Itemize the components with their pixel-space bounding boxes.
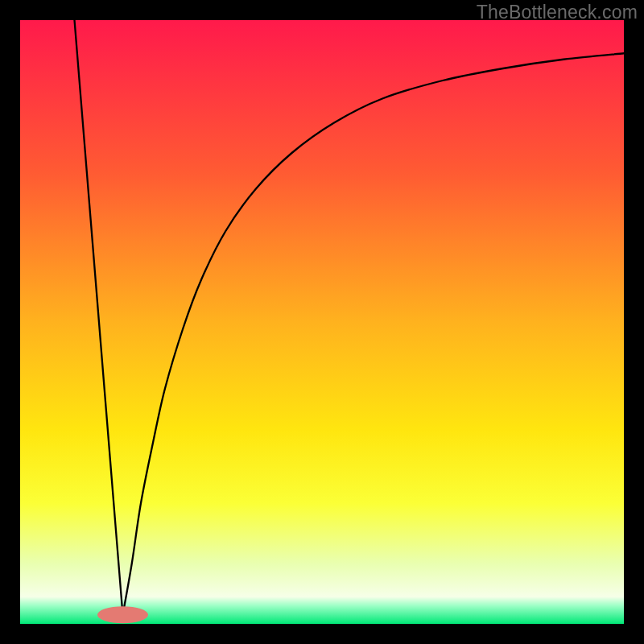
- chart-frame: TheBottleneck.com: [0, 0, 644, 644]
- attribution-text: TheBottleneck.com: [477, 2, 638, 23]
- chart-svg: [20, 20, 624, 624]
- marker-layer: [97, 606, 148, 623]
- plot-area: [20, 20, 624, 624]
- minimum-marker: [97, 606, 148, 623]
- gradient-background: [20, 20, 624, 624]
